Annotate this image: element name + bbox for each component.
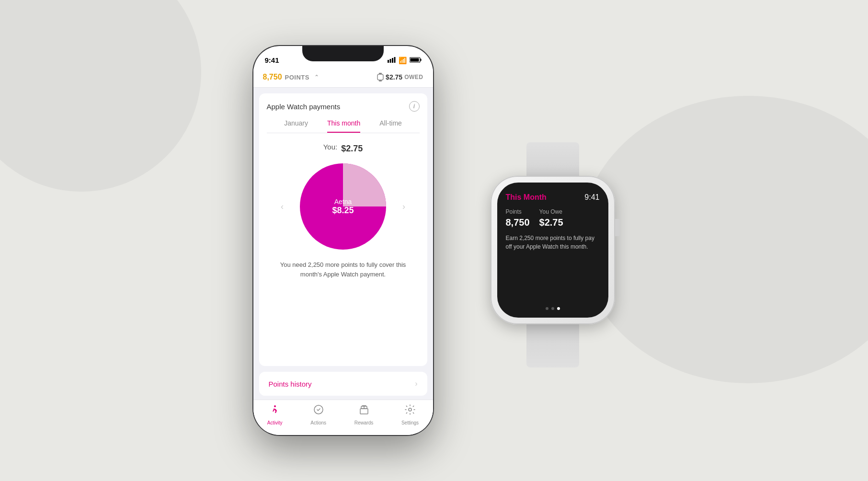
points-history-row[interactable]: Points history › [259,372,427,396]
watch-this-month-label: This Month [506,193,547,202]
status-time: 9:41 [265,56,279,64]
app-header: 8,750 POINTS ⌃ $2.75 OWED [253,67,433,88]
chart-area: You: $2.75 ‹ [267,143,420,279]
wifi-icon: 📶 [399,57,407,64]
card-title-row: Apple Watch payments i [267,101,420,112]
points-history-label: Points history [269,380,312,388]
you-amount: $2.75 [341,144,363,154]
svg-rect-2 [392,58,393,63]
tabs-container: January This month All-time [267,119,420,133]
watch-page-dots [506,307,600,310]
watch-points-col: Points 8,750 [506,208,530,228]
you-label: You: [323,143,337,151]
chevron-right-icon: › [415,379,417,388]
watch-points-label: Points [506,208,530,215]
svg-rect-8 [377,74,383,80]
svg-rect-13 [360,409,368,414]
points-value: 8,750 [263,73,282,81]
points-label: POINTS [285,74,309,81]
svg-rect-1 [389,59,391,63]
status-icons: 📶 [388,57,422,64]
watch-message: Earn 2,250 more points to fully pay off … [506,234,600,303]
svg-point-15 [409,408,411,411]
pie-company-amount: $8.25 [332,206,354,216]
tabbar-actions[interactable]: Actions [310,404,326,425]
watch-points-value: 8,750 [506,217,530,228]
owed-label: OWED [404,74,423,80]
watch-owe-value: $2.75 [539,217,563,228]
svg-rect-5 [420,58,421,61]
tab-january[interactable]: January [284,119,308,133]
pie-chart: Aetna $8.25 [295,159,391,254]
watch-case: This Month 9:41 Points 8,750 You Owe $2.… [491,176,615,324]
tabbar-rewards[interactable]: Rewards [354,404,373,425]
iphone-screen: 9:41 📶 8,750 POINTS [253,46,433,435]
main-card: Apple Watch payments i January This mont… [259,93,427,366]
activity-icon [269,404,281,418]
chevron-up-icon[interactable]: ⌃ [314,74,319,80]
signal-icon [388,57,396,64]
svg-rect-6 [410,58,419,61]
watch-owe-label: You Owe [539,208,563,215]
watch-screen: This Month 9:41 Points 8,750 You Owe $2.… [497,183,608,318]
watch-dot-3 [557,307,560,310]
watch-screen-header: This Month 9:41 [506,193,600,202]
svg-rect-0 [388,60,389,63]
tabbar-rewards-label: Rewards [354,420,373,425]
chart-next-arrow[interactable]: › [402,202,405,212]
tab-bar: Activity Actions Rewards [253,400,433,435]
owed-value: $2.75 [386,73,402,81]
svg-rect-3 [394,57,395,63]
watch-stats: Points 8,750 You Owe $2.75 [506,208,600,228]
iphone-app-content: 8,750 POINTS ⌃ $2.75 OWED [253,67,433,435]
main-scene: 9:41 📶 8,750 POINTS [0,0,868,481]
owed-section: $2.75 OWED [377,73,423,81]
you-amount-row: You: $2.75 [323,143,363,155]
tab-this-month[interactable]: This month [327,119,360,133]
info-icon[interactable]: i [409,101,420,112]
watch-outer-case: This Month 9:41 Points 8,750 You Owe $2.… [491,176,615,324]
watch-owe-col: You Owe $2.75 [539,208,563,228]
chart-nav-row: ‹ [295,159,391,254]
watch-small-icon [377,73,384,81]
iphone-device: 9:41 📶 8,750 POINTS [253,46,433,435]
tabbar-settings-label: Settings [401,420,419,425]
pie-company-label: Aetna [332,198,354,206]
watch-dot-1 [546,307,548,310]
iphone-notch [302,46,384,61]
watch-time: 9:41 [584,193,599,202]
tab-all-time[interactable]: All-time [379,119,402,133]
svg-rect-9 [379,80,382,81]
chart-prev-arrow[interactable]: ‹ [281,202,284,212]
tabbar-activity[interactable]: Activity [267,404,283,425]
tabbar-settings[interactable]: Settings [401,404,419,425]
need-points-message: You need 2,250 more points to fully cove… [267,260,420,279]
actions-icon [313,404,324,418]
rewards-icon [358,404,370,418]
settings-icon [404,404,416,418]
apple-watch-device: This Month 9:41 Points 8,750 You Owe $2.… [491,176,615,324]
tabbar-actions-label: Actions [310,420,326,425]
pie-center-label: Aetna $8.25 [332,198,354,216]
points-section: 8,750 POINTS ⌃ [263,73,319,81]
card-title: Apple Watch payments [267,103,341,111]
svg-point-11 [274,405,276,407]
battery-icon [410,57,422,64]
watch-crown [615,219,620,236]
watch-dot-2 [551,307,554,310]
tabbar-activity-label: Activity [267,420,283,425]
